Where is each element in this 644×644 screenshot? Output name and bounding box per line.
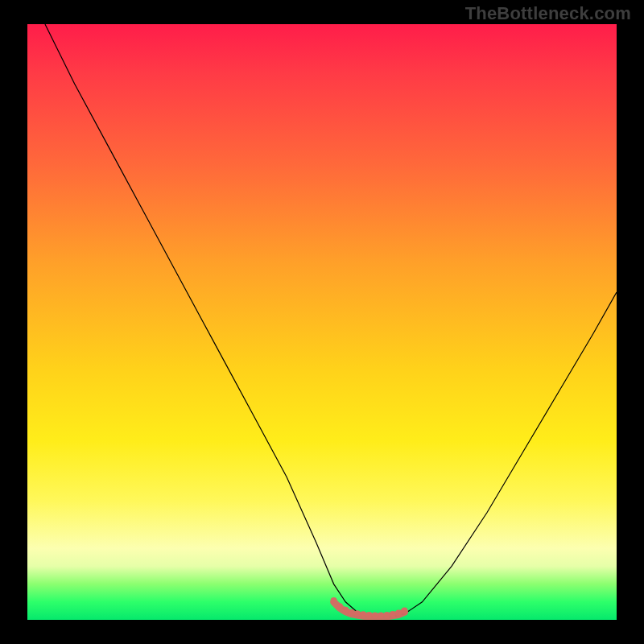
optimal-zone-dot	[331, 597, 337, 604]
optimal-zone-dot	[395, 609, 402, 616]
optimal-zone-dot	[349, 609, 355, 616]
optimal-zone-dot	[383, 612, 390, 618]
chart-overlay-svg	[27, 24, 617, 620]
optimal-zone-dot	[372, 612, 378, 618]
optimal-zone-dot	[366, 612, 373, 618]
watermark-text: TheBottleneck.com	[465, 3, 631, 24]
plot-area	[27, 24, 617, 620]
optimal-zone-dot	[390, 611, 396, 617]
bottleneck-curve	[45, 24, 617, 617]
optimal-zone-dot	[360, 611, 366, 617]
optimal-zone-dot	[336, 603, 343, 609]
optimal-zone-dot	[401, 607, 407, 613]
optimal-zone-dot	[378, 612, 384, 618]
optimal-zone-dot	[342, 607, 349, 613]
optimal-zone-dot	[354, 610, 361, 617]
chart-stage: TheBottleneck.com	[0, 0, 644, 644]
